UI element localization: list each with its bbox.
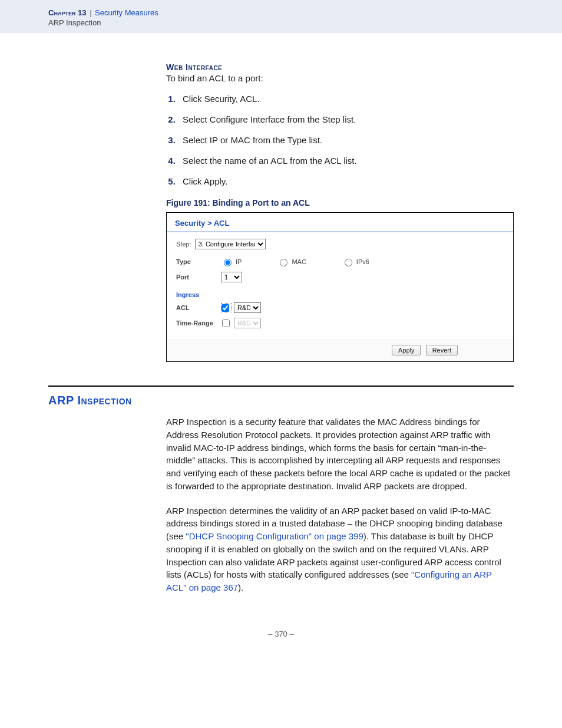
page-number: – 370 –	[48, 630, 514, 638]
type-ip-radio[interactable]	[224, 259, 232, 266]
time-range-checkbox[interactable]	[222, 319, 230, 327]
figure-caption: Figure 191: Binding a Port to an ACL	[166, 198, 514, 207]
type-mac-label: MAC	[292, 258, 306, 265]
type-ipv6-label: IPv6	[356, 258, 369, 265]
type-ip-label: IP	[236, 258, 242, 265]
time-range-select[interactable]: R&D	[234, 318, 261, 328]
ingress-heading: Ingress	[176, 291, 504, 298]
web-interface-heading: Web Interface	[166, 62, 514, 72]
acl-checkbox[interactable]	[222, 304, 229, 312]
apply-button[interactable]: Apply	[392, 345, 421, 355]
arp-para-2: ARP Inspection determines the validity o…	[166, 505, 514, 594]
step-4: Select the name of an ACL from the ACL l…	[178, 156, 514, 166]
time-range-label: Time-Range	[176, 319, 221, 327]
header-separator: |	[88, 8, 92, 17]
type-label: Type	[176, 258, 221, 265]
figure-screenshot: Security > ACL Step: 3. Configure Interf…	[166, 212, 514, 362]
step-list: Click Security, ACL. Select Configure In…	[166, 94, 514, 186]
intro-text: To bind an ACL to a port:	[166, 73, 514, 83]
arp-para-2c: ).	[238, 582, 243, 592]
step-3: Select IP or MAC from the Type list.	[178, 135, 514, 145]
type-mac-radio[interactable]	[280, 259, 287, 266]
step-1: Click Security, ACL.	[178, 94, 514, 104]
port-label: Port	[176, 274, 221, 281]
step-label: Step:	[176, 241, 191, 248]
section-divider	[48, 386, 514, 387]
acl-select[interactable]: R&D	[234, 302, 261, 313]
acl-label: ACL	[176, 304, 221, 311]
type-ipv6-radio[interactable]	[345, 259, 352, 266]
port-select[interactable]: 1	[221, 272, 242, 282]
chapter-title: Security Measures	[95, 8, 158, 17]
dhcp-snooping-link[interactable]: "DHCP Snooping Configuration" on page 39…	[186, 531, 363, 541]
page-header: Chapter 13 | Security Measures ARP Inspe…	[0, 0, 562, 33]
step-select[interactable]: 3. Configure Interface	[195, 239, 266, 249]
arp-para-1: ARP Inspection is a security feature tha…	[166, 416, 514, 493]
breadcrumb: Security > ACL	[167, 213, 513, 232]
revert-button[interactable]: Revert	[426, 345, 458, 355]
step-5: Click Apply.	[178, 176, 514, 186]
chapter-label: Chapter 13	[48, 8, 86, 17]
arp-inspection-title: ARP Inspection	[48, 394, 514, 407]
section-sub: ARP Inspection	[48, 18, 562, 27]
step-2: Select Configure Interface from the Step…	[178, 114, 514, 124]
